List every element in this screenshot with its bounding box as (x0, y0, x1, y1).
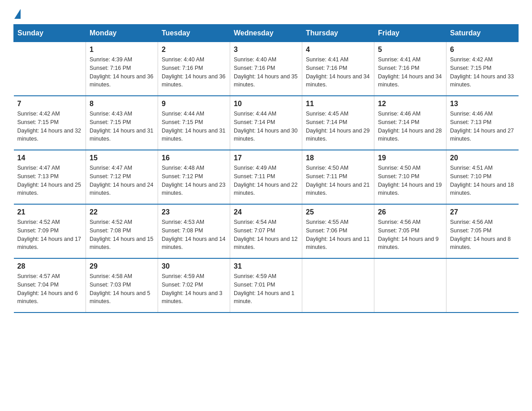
calendar-day-20: 20Sunrise: 4:51 AMSunset: 7:10 PMDayligh… (446, 150, 519, 204)
calendar-day-13: 13Sunrise: 4:46 AMSunset: 7:13 PMDayligh… (446, 96, 519, 150)
day-number-29: 29 (90, 262, 154, 270)
empty-cell-4-6 (446, 258, 519, 313)
day-number-20: 20 (450, 154, 515, 162)
day-number-4: 4 (306, 46, 370, 54)
day-info-27: Sunrise: 4:56 AMSunset: 7:05 PMDaylight:… (450, 218, 515, 252)
day-number-3: 3 (234, 46, 298, 54)
calendar-day-17: 17Sunrise: 4:49 AMSunset: 7:11 PMDayligh… (230, 150, 302, 204)
day-number-13: 13 (450, 100, 515, 108)
day-info-21: Sunrise: 4:52 AMSunset: 7:09 PMDaylight:… (17, 218, 82, 252)
day-info-3: Sunrise: 4:40 AMSunset: 7:16 PMDaylight:… (234, 56, 298, 89)
day-info-17: Sunrise: 4:49 AMSunset: 7:11 PMDaylight:… (234, 164, 298, 197)
day-info-24: Sunrise: 4:54 AMSunset: 7:07 PMDaylight:… (234, 218, 298, 252)
calendar-week-3: 14Sunrise: 4:47 AMSunset: 7:13 PMDayligh… (14, 150, 519, 204)
day-info-5: Sunrise: 4:41 AMSunset: 7:16 PMDaylight:… (378, 56, 442, 89)
calendar-week-1: 1Sunrise: 4:39 AMSunset: 7:16 PMDaylight… (14, 42, 519, 96)
calendar-table: SundayMondayTuesdayWednesdayThursdayFrid… (13, 24, 519, 313)
day-info-12: Sunrise: 4:46 AMSunset: 7:14 PMDaylight:… (378, 110, 442, 143)
calendar-day-6: 6Sunrise: 4:42 AMSunset: 7:15 PMDaylight… (446, 42, 519, 96)
calendar-week-5: 28Sunrise: 4:57 AMSunset: 7:04 PMDayligh… (14, 258, 519, 313)
calendar-day-21: 21Sunrise: 4:52 AMSunset: 7:09 PMDayligh… (14, 204, 86, 258)
day-number-19: 19 (378, 154, 442, 162)
calendar-week-4: 21Sunrise: 4:52 AMSunset: 7:09 PMDayligh… (14, 204, 519, 258)
calendar-day-18: 18Sunrise: 4:50 AMSunset: 7:11 PMDayligh… (302, 150, 374, 204)
calendar-day-29: 29Sunrise: 4:58 AMSunset: 7:03 PMDayligh… (86, 258, 158, 313)
day-info-4: Sunrise: 4:41 AMSunset: 7:16 PMDaylight:… (306, 56, 370, 89)
calendar-day-27: 27Sunrise: 4:56 AMSunset: 7:05 PMDayligh… (446, 204, 519, 258)
day-info-1: Sunrise: 4:39 AMSunset: 7:16 PMDaylight:… (90, 56, 154, 89)
day-info-16: Sunrise: 4:48 AMSunset: 7:12 PMDaylight:… (162, 164, 226, 197)
day-info-26: Sunrise: 4:56 AMSunset: 7:05 PMDaylight:… (378, 218, 442, 252)
day-info-6: Sunrise: 4:42 AMSunset: 7:15 PMDaylight:… (450, 56, 515, 89)
calendar-day-10: 10Sunrise: 4:44 AMSunset: 7:14 PMDayligh… (230, 96, 302, 150)
day-number-9: 9 (162, 100, 226, 108)
day-number-14: 14 (17, 154, 82, 162)
weekday-header-thursday: Thursday (302, 25, 374, 42)
day-info-14: Sunrise: 4:47 AMSunset: 7:13 PMDaylight:… (17, 164, 82, 197)
day-number-18: 18 (306, 154, 370, 162)
day-number-31: 31 (234, 262, 298, 270)
weekday-header-wednesday: Wednesday (230, 25, 302, 42)
calendar-day-28: 28Sunrise: 4:57 AMSunset: 7:04 PMDayligh… (14, 258, 86, 313)
day-number-26: 26 (378, 208, 442, 216)
day-info-19: Sunrise: 4:50 AMSunset: 7:10 PMDaylight:… (378, 164, 442, 197)
weekday-header-tuesday: Tuesday (158, 25, 230, 42)
calendar-day-15: 15Sunrise: 4:47 AMSunset: 7:12 PMDayligh… (86, 150, 158, 204)
day-info-7: Sunrise: 4:42 AMSunset: 7:15 PMDaylight:… (17, 110, 82, 143)
day-number-6: 6 (450, 46, 515, 54)
calendar-day-1: 1Sunrise: 4:39 AMSunset: 7:16 PMDaylight… (86, 42, 158, 96)
empty-cell-4-5 (374, 258, 446, 313)
day-info-8: Sunrise: 4:43 AMSunset: 7:15 PMDaylight:… (90, 110, 154, 143)
day-number-17: 17 (234, 154, 298, 162)
weekday-header-row: SundayMondayTuesdayWednesdayThursdayFrid… (14, 25, 519, 42)
day-info-30: Sunrise: 4:59 AMSunset: 7:02 PMDaylight:… (162, 272, 226, 306)
day-number-24: 24 (234, 208, 298, 216)
day-number-30: 30 (162, 262, 226, 270)
calendar-day-2: 2Sunrise: 4:40 AMSunset: 7:16 PMDaylight… (158, 42, 230, 96)
calendar-day-7: 7Sunrise: 4:42 AMSunset: 7:15 PMDaylight… (14, 96, 86, 150)
day-info-25: Sunrise: 4:55 AMSunset: 7:06 PMDaylight:… (306, 218, 370, 252)
day-number-25: 25 (306, 208, 370, 216)
calendar-header: SundayMondayTuesdayWednesdayThursdayFrid… (14, 25, 519, 42)
day-number-21: 21 (17, 208, 82, 216)
day-info-15: Sunrise: 4:47 AMSunset: 7:12 PMDaylight:… (90, 164, 154, 197)
day-info-10: Sunrise: 4:44 AMSunset: 7:14 PMDaylight:… (234, 110, 298, 143)
calendar-day-4: 4Sunrise: 4:41 AMSunset: 7:16 PMDaylight… (302, 42, 374, 96)
calendar-day-23: 23Sunrise: 4:53 AMSunset: 7:08 PMDayligh… (158, 204, 230, 258)
calendar-day-26: 26Sunrise: 4:56 AMSunset: 7:05 PMDayligh… (374, 204, 446, 258)
day-info-2: Sunrise: 4:40 AMSunset: 7:16 PMDaylight:… (162, 56, 226, 89)
weekday-header-sunday: Sunday (14, 25, 86, 42)
calendar-day-25: 25Sunrise: 4:55 AMSunset: 7:06 PMDayligh… (302, 204, 374, 258)
day-info-13: Sunrise: 4:46 AMSunset: 7:13 PMDaylight:… (450, 110, 515, 143)
day-number-11: 11 (306, 100, 370, 108)
day-number-16: 16 (162, 154, 226, 162)
day-info-28: Sunrise: 4:57 AMSunset: 7:04 PMDaylight:… (17, 272, 82, 306)
empty-cell-4-4 (302, 258, 374, 313)
calendar-day-22: 22Sunrise: 4:52 AMSunset: 7:08 PMDayligh… (86, 204, 158, 258)
day-number-1: 1 (90, 46, 154, 54)
day-number-2: 2 (162, 46, 226, 54)
day-info-20: Sunrise: 4:51 AMSunset: 7:10 PMDaylight:… (450, 164, 515, 197)
calendar-day-9: 9Sunrise: 4:44 AMSunset: 7:15 PMDaylight… (158, 96, 230, 150)
logo (13, 9, 21, 20)
day-number-8: 8 (90, 100, 154, 108)
day-number-5: 5 (378, 46, 442, 54)
calendar-day-19: 19Sunrise: 4:50 AMSunset: 7:10 PMDayligh… (374, 150, 446, 204)
logo-triangle-icon (14, 9, 21, 19)
calendar-day-12: 12Sunrise: 4:46 AMSunset: 7:14 PMDayligh… (374, 96, 446, 150)
day-info-23: Sunrise: 4:53 AMSunset: 7:08 PMDaylight:… (162, 218, 226, 252)
calendar-day-3: 3Sunrise: 4:40 AMSunset: 7:16 PMDaylight… (230, 42, 302, 96)
day-number-12: 12 (378, 100, 442, 108)
day-info-9: Sunrise: 4:44 AMSunset: 7:15 PMDaylight:… (162, 110, 226, 143)
calendar-day-24: 24Sunrise: 4:54 AMSunset: 7:07 PMDayligh… (230, 204, 302, 258)
calendar-day-31: 31Sunrise: 4:59 AMSunset: 7:01 PMDayligh… (230, 258, 302, 313)
day-info-31: Sunrise: 4:59 AMSunset: 7:01 PMDaylight:… (234, 272, 298, 306)
weekday-header-monday: Monday (86, 25, 158, 42)
day-number-23: 23 (162, 208, 226, 216)
empty-cell-0-0 (14, 42, 86, 96)
calendar-day-11: 11Sunrise: 4:45 AMSunset: 7:14 PMDayligh… (302, 96, 374, 150)
day-info-18: Sunrise: 4:50 AMSunset: 7:11 PMDaylight:… (306, 164, 370, 197)
calendar-day-14: 14Sunrise: 4:47 AMSunset: 7:13 PMDayligh… (14, 150, 86, 204)
calendar-day-16: 16Sunrise: 4:48 AMSunset: 7:12 PMDayligh… (158, 150, 230, 204)
page-header (13, 9, 519, 20)
